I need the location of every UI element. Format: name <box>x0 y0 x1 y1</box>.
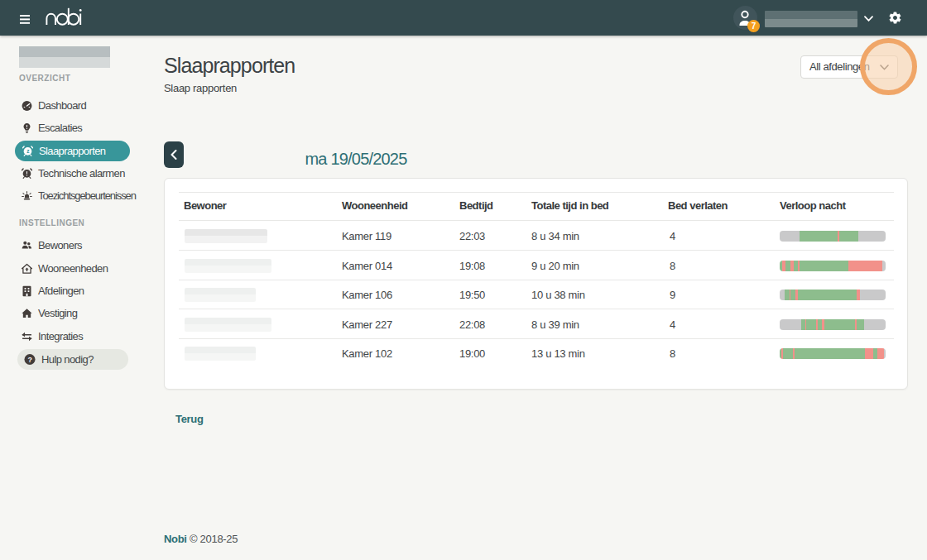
svg-text:?: ? <box>28 356 32 364</box>
